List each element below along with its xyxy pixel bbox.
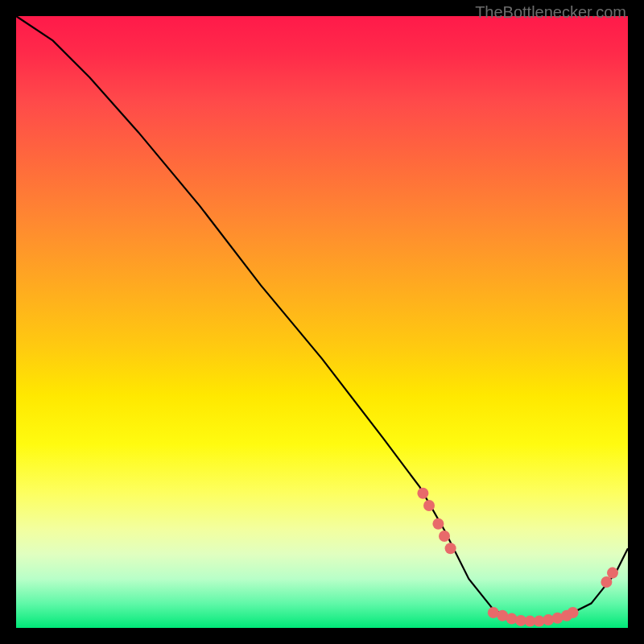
plot-area: [16, 16, 628, 628]
data-marker: [432, 518, 444, 530]
data-marker: [423, 500, 435, 511]
data-marker: [445, 543, 456, 554]
data-marker: [568, 607, 579, 618]
bottleneck-curve: [16, 16, 628, 621]
curve-layer: [16, 16, 628, 621]
data-marker: [417, 488, 428, 499]
chart-svg: [16, 16, 628, 628]
data-marker: [607, 568, 618, 579]
data-marker: [439, 530, 450, 542]
watermark-text: TheBottlenecker.com: [475, 3, 626, 22]
data-marker: [601, 576, 612, 588]
